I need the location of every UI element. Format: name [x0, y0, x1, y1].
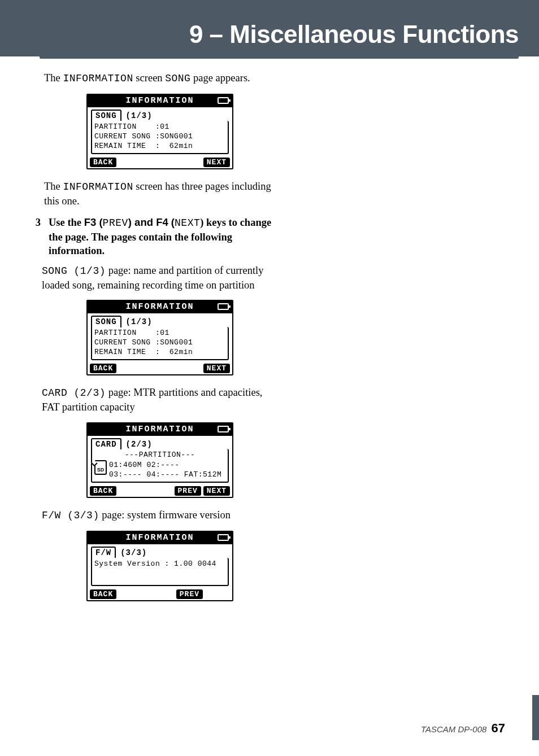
lcd-footer: BACK PREV: [88, 589, 232, 600]
lcd-back-button: BACK: [90, 158, 116, 167]
page-id: CARD (2/3): [42, 387, 106, 399]
step-number: 3: [31, 216, 41, 258]
lcd-line: REMAIN TIME : 62min: [94, 141, 225, 151]
lcd-line: CURRENT SONG :SONG001: [94, 338, 225, 347]
text: Use the: [49, 217, 84, 228]
page-number: 67: [492, 721, 505, 735]
lcd-screen: INFORMATION F/W(3/3) System Version : 1.…: [86, 531, 233, 601]
lcd-back-button: BACK: [90, 589, 116, 599]
lcd-prev-button: PREV: [176, 589, 203, 599]
text: page appears.: [190, 72, 250, 84]
lcd-content-box: ---PARTITION--- SD 01:460M 02:---- 03:--…: [91, 449, 229, 482]
lcd-page-indicator: (2/3): [126, 440, 153, 449]
lcd-back-button: BACK: [90, 486, 116, 496]
partition-header: ---PARTITION---: [94, 450, 225, 460]
lcd-tab: SONG: [91, 316, 121, 327]
lcd-body: F/W(3/3) System Version : 1.00 0044: [88, 544, 232, 589]
intro-paragraph-1: The INFORMATION screen SONG page appears…: [44, 71, 276, 86]
lcd-line: REMAIN TIME : 62min: [94, 347, 225, 357]
lcd-line: System Version : 1.00 0044: [94, 559, 225, 569]
partition-rows: SD 01:460M 02:---- 03:---- 04:---- FAT:5…: [94, 460, 225, 479]
key-label: F4 (: [156, 216, 175, 228]
lcd-titlebar: INFORMATION: [88, 95, 232, 107]
lcd-next-button: NEXT: [203, 158, 230, 167]
step-body: Use the F3 (PREV) and F4 (NEXT) keys to …: [49, 216, 276, 258]
lcd-content-box: System Version : 1.00 0044: [91, 558, 229, 586]
lcd-content-box: PARTITION :01 CURRENT SONG :SONG001 REMA…: [91, 327, 229, 360]
screen-name: INFORMATION: [63, 73, 133, 84]
lcd-screen: INFORMATION SONG(1/3) PARTITION :01 CURR…: [86, 300, 233, 375]
lcd-next-button: NEXT: [203, 486, 230, 496]
chapter-title: 9 – Miscellaneous Functions: [189, 20, 519, 49]
lcd-tab: F/W: [91, 547, 116, 558]
song-page-desc: SONG (1/3) page: name and partition of c…: [42, 264, 276, 292]
partition-data: 01:460M 02:---- 03:---- 04:---- FAT:512M: [109, 460, 221, 479]
content-column: The INFORMATION screen SONG page appears…: [44, 67, 276, 611]
key-function: NEXT: [175, 217, 200, 229]
text: ) and: [128, 216, 156, 228]
header-underline: [40, 56, 519, 59]
key-label: F3 (: [84, 216, 103, 228]
product-name: TASCAM DP-008: [421, 724, 486, 734]
text: page: system firmware version: [99, 509, 231, 521]
lcd-title-text: INFORMATION: [125, 424, 194, 435]
screen-name: INFORMATION: [63, 181, 133, 193]
lcd-figure-1: INFORMATION SONG(1/3) PARTITION :01 CURR…: [44, 94, 276, 169]
lcd-line: PARTITION :01: [94, 122, 225, 132]
lcd-title-text: INFORMATION: [125, 301, 194, 313]
lcd-line: CURRENT SONG :SONG001: [94, 132, 225, 141]
lcd-next-button: NEXT: [203, 364, 230, 373]
lcd-line: 03:---- 04:---- FAT:512M: [109, 470, 221, 479]
lcd-page-indicator: (3/3): [120, 548, 147, 557]
lcd-prev-button: PREV: [175, 486, 201, 496]
lcd-figure-3: INFORMATION CARD(2/3) ---PARTITION--- SD…: [44, 422, 276, 498]
lcd-footer: BACK NEXT: [88, 158, 232, 168]
text: The: [44, 72, 63, 84]
lcd-page-indicator: (1/3): [126, 317, 153, 326]
lcd-back-button: BACK: [90, 364, 116, 373]
intro-paragraph-2: The INFORMATION screen has three pages i…: [44, 180, 276, 208]
battery-icon: [218, 97, 229, 104]
page-id: SONG (1/3): [42, 265, 106, 277]
lcd-footer: BACK PREV NEXT: [88, 486, 232, 497]
lcd-titlebar: INFORMATION: [88, 532, 232, 544]
lcd-tab: SONG: [91, 110, 121, 121]
lcd-line: PARTITION :01: [94, 328, 225, 338]
lcd-figure-4: INFORMATION F/W(3/3) System Version : 1.…: [44, 531, 276, 601]
chapter-header: 9 – Miscellaneous Functions: [0, 0, 539, 56]
lcd-body: SONG(1/3) PARTITION :01 CURRENT SONG :SO…: [88, 313, 232, 364]
step-3: 3 Use the F3 (PREV) and F4 (NEXT) keys t…: [44, 216, 276, 258]
card-page-desc: CARD (2/3) page: MTR partitions and capa…: [42, 386, 276, 414]
lcd-content-box: PARTITION :01 CURRENT SONG :SONG001 REMA…: [91, 121, 229, 154]
fw-page-desc: F/W (3/3) page: system firmware version: [42, 508, 276, 523]
lcd-titlebar: INFORMATION: [88, 301, 232, 313]
text: screen: [133, 72, 166, 84]
battery-icon: [218, 303, 229, 310]
page: 9 – Miscellaneous Functions The INFORMAT…: [0, 0, 539, 756]
lcd-footer: BACK NEXT: [88, 364, 232, 374]
battery-icon: [218, 534, 229, 541]
text: The: [44, 181, 63, 192]
lcd-titlebar: INFORMATION: [88, 423, 232, 436]
page-id: F/W (3/3): [42, 510, 99, 521]
thumb-tab: [532, 695, 539, 740]
lcd-screen: INFORMATION CARD(2/3) ---PARTITION--- SD…: [86, 422, 233, 498]
lcd-title-text: INFORMATION: [125, 95, 194, 107]
lcd-tab: CARD: [91, 438, 121, 449]
lcd-body: CARD(2/3) ---PARTITION--- SD 01:460M 02:…: [88, 436, 232, 486]
lcd-figure-2: INFORMATION SONG(1/3) PARTITION :01 CURR…: [44, 300, 276, 375]
lcd-screen: INFORMATION SONG(1/3) PARTITION :01 CURR…: [86, 94, 233, 169]
sd-card-icon: SD: [94, 460, 107, 475]
lcd-line: 01:460M 02:----: [109, 460, 221, 470]
page-footer: TASCAM DP-008 67: [421, 721, 505, 736]
battery-icon: [218, 426, 229, 432]
lcd-title-text: INFORMATION: [125, 532, 194, 544]
lcd-body: SONG(1/3) PARTITION :01 CURRENT SONG :SO…: [88, 107, 232, 158]
lcd-page-indicator: (1/3): [126, 111, 153, 120]
page-name: SONG: [165, 73, 190, 84]
key-function: PREV: [103, 217, 128, 229]
